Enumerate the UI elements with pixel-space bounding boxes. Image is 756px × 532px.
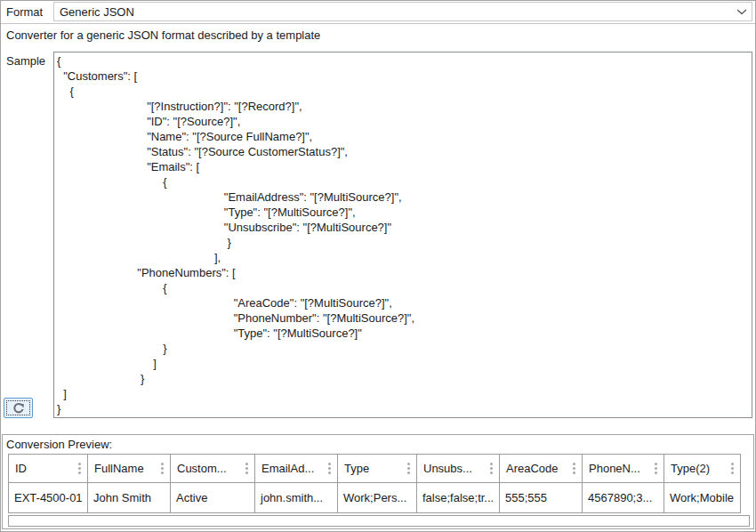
preview-grid: IDFullNameCustom...EmailAd...TypeUnsubs.… bbox=[8, 454, 741, 513]
grid-cell[interactable]: Work;Mobile bbox=[664, 483, 741, 513]
column-menu-dots-icon[interactable] bbox=[490, 463, 493, 465]
column-header[interactable]: Custom... bbox=[171, 455, 255, 483]
format-label: Format bbox=[6, 5, 43, 19]
grid-cell[interactable]: John Smith bbox=[88, 483, 171, 513]
grid-cell[interactable]: 4567890;3... bbox=[583, 483, 664, 513]
chevron-down-icon[interactable] bbox=[732, 9, 752, 15]
refresh-sample-button[interactable] bbox=[4, 398, 33, 418]
column-header-label: Type bbox=[344, 462, 369, 475]
column-menu-dots-icon[interactable] bbox=[573, 463, 575, 465]
column-header[interactable]: EmailAd... bbox=[255, 455, 338, 483]
grid-new-row-placeholder[interactable] bbox=[8, 515, 750, 527]
grid-cell[interactable]: Work;Pers... bbox=[338, 483, 417, 513]
grid-cell[interactable]: Active bbox=[171, 483, 255, 513]
column-header-label: Unsubs... bbox=[423, 462, 472, 475]
grid-cell[interactable]: 555;555 bbox=[500, 483, 583, 513]
grid-cell[interactable]: EXT-4500-01 bbox=[9, 483, 88, 513]
column-header-label: PhoneN... bbox=[589, 462, 640, 475]
column-header-label: Type(2) bbox=[671, 462, 710, 475]
column-menu-dots-icon[interactable] bbox=[245, 463, 248, 465]
column-header[interactable]: PhoneN... bbox=[583, 455, 664, 483]
column-header-label: EmailAd... bbox=[261, 462, 314, 475]
grid-cell[interactable]: john.smith... bbox=[255, 483, 338, 513]
conversion-preview-panel: Conversion Preview: IDFullNameCustom...E… bbox=[2, 434, 754, 529]
grid-cell[interactable]: false;false;tr... bbox=[417, 483, 500, 513]
conversion-preview-label: Conversion Preview: bbox=[6, 438, 112, 451]
column-header[interactable]: Type bbox=[338, 455, 417, 483]
format-dropdown[interactable]: Generic JSON bbox=[53, 2, 752, 21]
sample-template-textarea[interactable]: { "Customers": [ { "[?Instruction?]": "[… bbox=[53, 52, 752, 418]
column-header[interactable]: Unsubs... bbox=[417, 455, 500, 483]
sample-label: Sample bbox=[6, 54, 45, 68]
column-header-label: ID bbox=[15, 462, 27, 475]
column-header-label: FullName bbox=[94, 462, 144, 475]
column-menu-dots-icon[interactable] bbox=[78, 463, 81, 465]
format-description: Converter for a generic JSON format desc… bbox=[6, 28, 320, 42]
column-header[interactable]: ID bbox=[9, 455, 88, 483]
column-menu-dots-icon[interactable] bbox=[328, 463, 331, 465]
focus-rectangle bbox=[6, 400, 30, 415]
column-menu-dots-icon[interactable] bbox=[407, 463, 410, 465]
column-header[interactable]: AreaCode bbox=[500, 455, 583, 483]
column-menu-dots-icon[interactable] bbox=[161, 463, 164, 465]
column-header[interactable]: Type(2) bbox=[664, 455, 741, 483]
format-row-divider bbox=[1, 23, 755, 24]
grid-data-row: EXT-4500-01John SmithActivejohn.smith...… bbox=[9, 483, 741, 513]
column-header[interactable]: FullName bbox=[88, 455, 171, 483]
column-header-label: Custom... bbox=[177, 462, 227, 475]
column-menu-dots-icon[interactable] bbox=[731, 463, 734, 465]
grid-header-row: IDFullNameCustom...EmailAd...TypeUnsubs.… bbox=[9, 455, 741, 483]
column-menu-dots-icon[interactable] bbox=[655, 463, 657, 465]
column-header-label: AreaCode bbox=[506, 462, 559, 475]
converter-window: Format Generic JSON Converter for a gene… bbox=[0, 0, 756, 532]
format-dropdown-value: Generic JSON bbox=[54, 5, 732, 19]
